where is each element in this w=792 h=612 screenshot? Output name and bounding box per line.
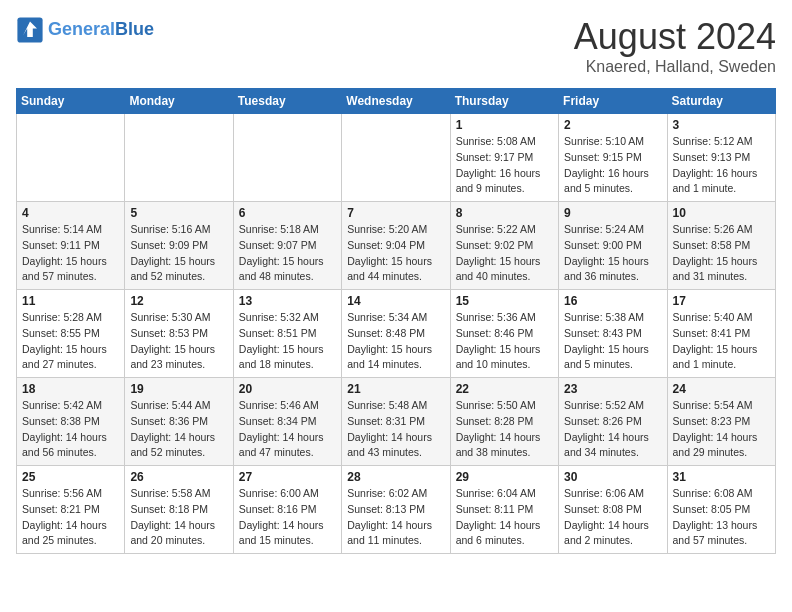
weekday-header-monday: Monday	[125, 89, 233, 114]
weekday-header-sunday: Sunday	[17, 89, 125, 114]
weekday-header-row: SundayMondayTuesdayWednesdayThursdayFrid…	[17, 89, 776, 114]
day-info: Sunrise: 5:08 AM Sunset: 9:17 PM Dayligh…	[456, 134, 553, 197]
day-number: 10	[673, 206, 770, 220]
logo: GeneralBlue	[16, 16, 154, 44]
day-info: Sunrise: 5:40 AM Sunset: 8:41 PM Dayligh…	[673, 310, 770, 373]
calendar-cell: 13Sunrise: 5:32 AM Sunset: 8:51 PM Dayli…	[233, 290, 341, 378]
day-number: 17	[673, 294, 770, 308]
day-info: Sunrise: 5:34 AM Sunset: 8:48 PM Dayligh…	[347, 310, 444, 373]
day-info: Sunrise: 5:30 AM Sunset: 8:53 PM Dayligh…	[130, 310, 227, 373]
logo-line2: Blue	[115, 19, 154, 39]
weekday-header-wednesday: Wednesday	[342, 89, 450, 114]
day-number: 11	[22, 294, 119, 308]
calendar-cell: 8Sunrise: 5:22 AM Sunset: 9:02 PM Daylig…	[450, 202, 558, 290]
logo-icon	[16, 16, 44, 44]
day-info: Sunrise: 6:06 AM Sunset: 8:08 PM Dayligh…	[564, 486, 661, 549]
day-number: 18	[22, 382, 119, 396]
day-number: 28	[347, 470, 444, 484]
day-info: Sunrise: 5:12 AM Sunset: 9:13 PM Dayligh…	[673, 134, 770, 197]
logo-line1: General	[48, 19, 115, 39]
calendar-cell: 17Sunrise: 5:40 AM Sunset: 8:41 PM Dayli…	[667, 290, 775, 378]
day-number: 23	[564, 382, 661, 396]
day-number: 7	[347, 206, 444, 220]
calendar-cell: 10Sunrise: 5:26 AM Sunset: 8:58 PM Dayli…	[667, 202, 775, 290]
day-number: 31	[673, 470, 770, 484]
calendar-cell	[233, 114, 341, 202]
day-number: 21	[347, 382, 444, 396]
calendar-cell: 9Sunrise: 5:24 AM Sunset: 9:00 PM Daylig…	[559, 202, 667, 290]
calendar-cell: 1Sunrise: 5:08 AM Sunset: 9:17 PM Daylig…	[450, 114, 558, 202]
day-info: Sunrise: 6:02 AM Sunset: 8:13 PM Dayligh…	[347, 486, 444, 549]
calendar-cell: 26Sunrise: 5:58 AM Sunset: 8:18 PM Dayli…	[125, 466, 233, 554]
day-number: 4	[22, 206, 119, 220]
day-info: Sunrise: 5:46 AM Sunset: 8:34 PM Dayligh…	[239, 398, 336, 461]
calendar-cell: 19Sunrise: 5:44 AM Sunset: 8:36 PM Dayli…	[125, 378, 233, 466]
page-header: GeneralBlue August 2024 Knaered, Halland…	[16, 16, 776, 76]
day-info: Sunrise: 5:48 AM Sunset: 8:31 PM Dayligh…	[347, 398, 444, 461]
calendar-cell: 25Sunrise: 5:56 AM Sunset: 8:21 PM Dayli…	[17, 466, 125, 554]
day-info: Sunrise: 5:50 AM Sunset: 8:28 PM Dayligh…	[456, 398, 553, 461]
calendar-cell: 24Sunrise: 5:54 AM Sunset: 8:23 PM Dayli…	[667, 378, 775, 466]
calendar-subtitle: Knaered, Halland, Sweden	[574, 58, 776, 76]
weekday-header-saturday: Saturday	[667, 89, 775, 114]
day-number: 12	[130, 294, 227, 308]
day-number: 5	[130, 206, 227, 220]
day-info: Sunrise: 5:36 AM Sunset: 8:46 PM Dayligh…	[456, 310, 553, 373]
day-info: Sunrise: 5:42 AM Sunset: 8:38 PM Dayligh…	[22, 398, 119, 461]
calendar-cell: 15Sunrise: 5:36 AM Sunset: 8:46 PM Dayli…	[450, 290, 558, 378]
day-info: Sunrise: 5:20 AM Sunset: 9:04 PM Dayligh…	[347, 222, 444, 285]
day-number: 16	[564, 294, 661, 308]
calendar-cell: 5Sunrise: 5:16 AM Sunset: 9:09 PM Daylig…	[125, 202, 233, 290]
day-number: 14	[347, 294, 444, 308]
day-info: Sunrise: 6:04 AM Sunset: 8:11 PM Dayligh…	[456, 486, 553, 549]
day-number: 24	[673, 382, 770, 396]
calendar-cell	[17, 114, 125, 202]
day-info: Sunrise: 5:16 AM Sunset: 9:09 PM Dayligh…	[130, 222, 227, 285]
day-number: 9	[564, 206, 661, 220]
week-row-2: 4Sunrise: 5:14 AM Sunset: 9:11 PM Daylig…	[17, 202, 776, 290]
day-info: Sunrise: 5:32 AM Sunset: 8:51 PM Dayligh…	[239, 310, 336, 373]
day-number: 15	[456, 294, 553, 308]
calendar-cell: 29Sunrise: 6:04 AM Sunset: 8:11 PM Dayli…	[450, 466, 558, 554]
calendar-cell: 18Sunrise: 5:42 AM Sunset: 8:38 PM Dayli…	[17, 378, 125, 466]
day-number: 6	[239, 206, 336, 220]
calendar-cell: 2Sunrise: 5:10 AM Sunset: 9:15 PM Daylig…	[559, 114, 667, 202]
day-number: 3	[673, 118, 770, 132]
day-info: Sunrise: 5:22 AM Sunset: 9:02 PM Dayligh…	[456, 222, 553, 285]
calendar-cell: 20Sunrise: 5:46 AM Sunset: 8:34 PM Dayli…	[233, 378, 341, 466]
title-block: August 2024 Knaered, Halland, Sweden	[574, 16, 776, 76]
day-number: 29	[456, 470, 553, 484]
calendar-table: SundayMondayTuesdayWednesdayThursdayFrid…	[16, 88, 776, 554]
calendar-cell: 4Sunrise: 5:14 AM Sunset: 9:11 PM Daylig…	[17, 202, 125, 290]
day-info: Sunrise: 5:52 AM Sunset: 8:26 PM Dayligh…	[564, 398, 661, 461]
calendar-cell: 21Sunrise: 5:48 AM Sunset: 8:31 PM Dayli…	[342, 378, 450, 466]
day-number: 30	[564, 470, 661, 484]
day-number: 19	[130, 382, 227, 396]
day-info: Sunrise: 5:18 AM Sunset: 9:07 PM Dayligh…	[239, 222, 336, 285]
week-row-3: 11Sunrise: 5:28 AM Sunset: 8:55 PM Dayli…	[17, 290, 776, 378]
weekday-header-thursday: Thursday	[450, 89, 558, 114]
week-row-4: 18Sunrise: 5:42 AM Sunset: 8:38 PM Dayli…	[17, 378, 776, 466]
day-number: 13	[239, 294, 336, 308]
day-number: 26	[130, 470, 227, 484]
calendar-cell	[342, 114, 450, 202]
day-info: Sunrise: 5:44 AM Sunset: 8:36 PM Dayligh…	[130, 398, 227, 461]
calendar-cell: 30Sunrise: 6:06 AM Sunset: 8:08 PM Dayli…	[559, 466, 667, 554]
day-info: Sunrise: 5:56 AM Sunset: 8:21 PM Dayligh…	[22, 486, 119, 549]
calendar-cell: 16Sunrise: 5:38 AM Sunset: 8:43 PM Dayli…	[559, 290, 667, 378]
day-number: 8	[456, 206, 553, 220]
calendar-cell: 23Sunrise: 5:52 AM Sunset: 8:26 PM Dayli…	[559, 378, 667, 466]
calendar-cell: 22Sunrise: 5:50 AM Sunset: 8:28 PM Dayli…	[450, 378, 558, 466]
week-row-1: 1Sunrise: 5:08 AM Sunset: 9:17 PM Daylig…	[17, 114, 776, 202]
weekday-header-friday: Friday	[559, 89, 667, 114]
calendar-cell: 14Sunrise: 5:34 AM Sunset: 8:48 PM Dayli…	[342, 290, 450, 378]
day-number: 2	[564, 118, 661, 132]
week-row-5: 25Sunrise: 5:56 AM Sunset: 8:21 PM Dayli…	[17, 466, 776, 554]
day-info: Sunrise: 5:58 AM Sunset: 8:18 PM Dayligh…	[130, 486, 227, 549]
day-info: Sunrise: 6:08 AM Sunset: 8:05 PM Dayligh…	[673, 486, 770, 549]
day-number: 27	[239, 470, 336, 484]
day-number: 20	[239, 382, 336, 396]
day-info: Sunrise: 5:54 AM Sunset: 8:23 PM Dayligh…	[673, 398, 770, 461]
calendar-cell	[125, 114, 233, 202]
calendar-title: August 2024	[574, 16, 776, 58]
